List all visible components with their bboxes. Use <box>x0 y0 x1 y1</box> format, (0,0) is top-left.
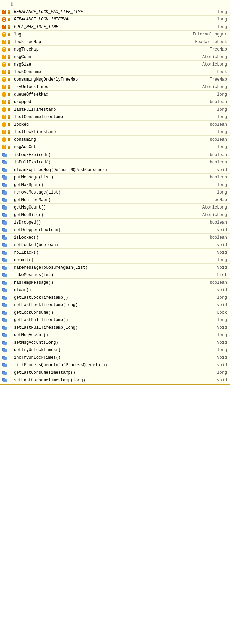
method-return-type: boolean <box>210 280 228 285</box>
method-row[interactable]: getLockConsume() Lock <box>0 309 230 316</box>
field-name: queueOffsetMax <box>14 92 217 97</box>
method-row[interactable]: getMaxSpan() long <box>0 181 230 189</box>
method-row[interactable]: cleanExpiredMsg(DefaultMQPushConsumer) v… <box>0 166 230 174</box>
method-row[interactable]: getMsgSize() AtomicLong <box>0 211 230 219</box>
method-row[interactable]: getMsgAccCnt() long <box>0 331 230 339</box>
method-row[interactable]: hasTempMessage() boolean <box>0 279 230 286</box>
field-type: long <box>217 145 228 149</box>
field-row[interactable]: f lastConsumeTimestamp long <box>0 113 230 121</box>
method-type-icon <box>2 318 7 323</box>
field-row[interactable]: f lastPullTimestamp long <box>0 106 230 113</box>
method-row[interactable]: clear() void <box>0 286 230 294</box>
field-icon-area: f <box>2 47 14 52</box>
method-return-type: void <box>217 355 228 360</box>
field-row[interactable]: f locked boolean <box>0 121 230 128</box>
method-row[interactable]: setLastPullTimestamp(long) void <box>0 324 230 331</box>
method-row[interactable]: removeMessage(List) long <box>0 189 230 196</box>
method-row[interactable]: getMsgCount() AtomicLong <box>0 204 230 211</box>
field-type: AtomicLong <box>202 85 228 89</box>
field-row[interactable]: f msgCount AtomicLong <box>0 53 230 61</box>
field-row[interactable]: f msgTreeMap TreeMap <box>0 46 230 53</box>
method-row[interactable]: setLocked(boolean) void <box>0 241 230 249</box>
field-row[interactable]: f REBALANCE_LOCK_MAX_LIVE_TIME long <box>0 8 230 16</box>
field-row[interactable]: f lockTreeMap ReadWriteLock <box>0 38 230 46</box>
method-type-icon <box>2 310 7 315</box>
method-row[interactable]: makeMessageToCosumeAgain(List) void <box>0 264 230 271</box>
lock-icon <box>7 70 11 74</box>
method-icon-area <box>2 303 14 307</box>
method-row[interactable]: getLastPullTimestamp() long <box>0 316 230 324</box>
method-name: fillProcessQueueInfo(ProcessQueueInfo) <box>14 363 217 368</box>
method-row[interactable]: commit() long <box>0 256 230 264</box>
method-name: getLastConsumeTimestamp() <box>14 370 217 375</box>
field-icon-area: f <box>2 145 14 149</box>
field-row[interactable]: f PULL_MAX_IDLE_TIME long <box>0 23 230 31</box>
method-type-icon <box>2 183 7 187</box>
field-row[interactable]: f lastLockTimestamp long <box>0 128 230 136</box>
method-row[interactable]: getTryUnlockTimes() long <box>0 346 230 354</box>
method-type-icon <box>2 258 7 262</box>
method-name: getLastLockTimestamp() <box>14 295 217 300</box>
method-type-icon <box>2 333 7 338</box>
method-row[interactable]: isDropped() boolean <box>0 219 230 226</box>
method-return-type: boolean <box>210 160 228 165</box>
field-row[interactable]: f queueOffsetMax long <box>0 91 230 98</box>
field-icon-area: f <box>2 25 14 29</box>
field-row[interactable]: f lockConsume Lock <box>0 68 230 76</box>
method-row[interactable]: getLastConsumeTimestamp() long <box>0 369 230 376</box>
method-name: putMessage(List) <box>14 175 210 180</box>
method-row[interactable]: rollback() void <box>0 249 230 256</box>
method-type-icon <box>2 370 7 375</box>
field-icon-area: f <box>2 137 14 142</box>
field-row[interactable]: f log InternalLogger <box>0 31 230 38</box>
field-row[interactable]: f dropped boolean <box>0 98 230 106</box>
method-row[interactable]: fillProcessQueueInfo(ProcessQueueInfo) v… <box>0 361 230 369</box>
method-row[interactable]: incTryUnlockTimes() void <box>0 354 230 361</box>
field-type-icon: f <box>2 62 6 67</box>
method-row[interactable]: setLastConsumeTimestamp(long) void <box>0 376 230 384</box>
method-icon-area <box>2 243 14 247</box>
field-type-icon: f <box>2 100 6 104</box>
field-type: AtomicLong <box>202 62 228 67</box>
method-row[interactable]: isLockExpired() boolean <box>0 151 230 159</box>
method-type-icon <box>2 363 7 368</box>
method-row[interactable]: setLastLockTimestamp(long) void <box>0 301 230 309</box>
field-icon-area: f <box>2 85 14 89</box>
field-row[interactable]: f msgAccCnt long <box>0 143 230 151</box>
svg-point-0 <box>11 2 12 4</box>
class-diagram-panel: f REBALANCE_LOCK_MAX_LIVE_TIME long f RE… <box>0 0 230 385</box>
method-row[interactable]: setMsgAccCnt(long) void <box>0 339 230 346</box>
lock-icon <box>7 55 11 59</box>
method-name: isLockExpired() <box>14 153 210 157</box>
lock-icon <box>7 92 11 96</box>
method-type-icon <box>2 213 7 217</box>
method-row[interactable]: takeMessags(int) List <box>0 271 230 279</box>
method-icon-area <box>2 228 14 232</box>
method-icon-area <box>2 235 14 240</box>
method-row[interactable]: getLastLockTimestamp() long <box>0 294 230 301</box>
method-type-icon <box>2 243 7 247</box>
field-row[interactable]: f consumingMsgOrderlyTreeMap TreeMap <box>0 76 230 83</box>
field-row[interactable]: f msgSize AtomicLong <box>0 61 230 68</box>
method-name: rollback() <box>14 250 217 255</box>
field-name: consumingMsgOrderlyTreeMap <box>14 77 210 82</box>
field-row[interactable]: f tryUnlockTimes AtomicLong <box>0 83 230 91</box>
method-row[interactable]: setDropped(boolean) void <box>0 226 230 234</box>
method-row[interactable]: putMessage(List) boolean <box>0 174 230 181</box>
field-name: lastLockTimestamp <box>14 130 217 134</box>
method-return-type: void <box>217 378 228 383</box>
field-name: locked <box>14 122 210 127</box>
method-row[interactable]: getMsgTreeMap() TreeMap <box>0 196 230 204</box>
field-row[interactable]: f REBALANCE_LOCK_INTERVAL long <box>0 16 230 23</box>
lock-icon <box>7 47 11 51</box>
method-icon-area <box>2 175 14 180</box>
method-return-type: void <box>217 340 228 345</box>
method-row[interactable]: isLocked() boolean <box>0 234 230 241</box>
method-icon-area <box>2 153 14 157</box>
field-row[interactable]: f consuming boolean <box>0 136 230 143</box>
field-type-icon: f <box>2 10 6 14</box>
method-icon-area <box>2 348 14 353</box>
field-type-icon: f <box>2 107 6 112</box>
method-row[interactable]: isPullExpired() boolean <box>0 159 230 166</box>
field-icon-area: f <box>2 17 14 22</box>
